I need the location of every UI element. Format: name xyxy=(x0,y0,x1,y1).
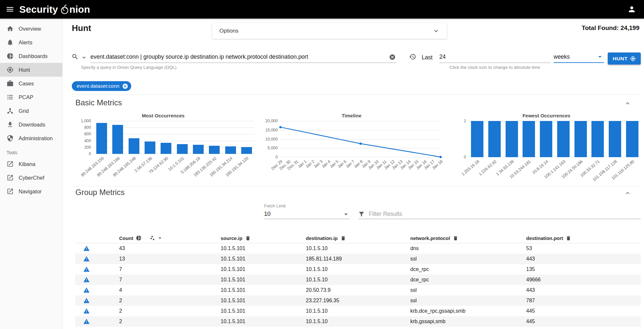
sidebar-item-administration[interactable]: Administration xyxy=(0,131,62,145)
sidebar-item-dashboards[interactable]: Dashboards xyxy=(0,49,62,63)
cell-destination-port: 445 xyxy=(526,308,641,314)
x-tick-label: Jan 6 xyxy=(337,159,347,169)
cell-network-protocol: dns xyxy=(410,246,526,251)
warning-icon[interactable] xyxy=(83,297,90,304)
sidebar-item-label: Hunt xyxy=(19,67,30,73)
table-row[interactable]: 410.1.5.10120.50.73.9ssl443 xyxy=(75,285,641,295)
chart-most-occurrences: Most Occurrences 1,0008006004002000 89.2… xyxy=(72,112,255,187)
table-row[interactable]: 4310.1.5.10110.1.5.10dns53 xyxy=(75,243,641,254)
hunt-button[interactable]: HUNT xyxy=(608,52,641,65)
row-warning-cell xyxy=(75,297,119,304)
cell-destination-port: 787 xyxy=(526,298,641,304)
sidebar-item-grid[interactable]: Grid xyxy=(0,104,62,118)
table-row[interactable]: 710.1.5.10110.1.5.10dce_rpc135 xyxy=(75,264,641,275)
warning-icon[interactable] xyxy=(83,277,90,283)
warning-icon[interactable] xyxy=(83,318,90,325)
sidebar-item-pcap[interactable]: PCAP xyxy=(0,90,62,104)
warning-icon[interactable] xyxy=(83,287,90,293)
sidebar-item-cyberchef[interactable]: CyberChef xyxy=(0,171,62,185)
row-warning-cell xyxy=(75,277,119,283)
list-icon xyxy=(7,94,14,101)
sidebar-item-label: Kibana xyxy=(19,161,35,167)
header-source-ip-label: source.ip xyxy=(221,235,243,241)
download-icon xyxy=(7,121,14,128)
sidebar-item-kibana[interactable]: Kibana xyxy=(0,157,62,171)
header-destination-ip: destination.ip xyxy=(306,235,410,241)
menu-icon[interactable] xyxy=(6,5,14,14)
y-tick-label: 5,000 xyxy=(268,146,278,150)
warning-icon[interactable] xyxy=(83,245,90,252)
duration-input[interactable] xyxy=(439,53,550,60)
sidebar-item-alerts[interactable]: Alerts xyxy=(0,36,62,49)
row-warning-cell xyxy=(75,266,119,273)
search-options-caret-icon[interactable] xyxy=(81,54,87,61)
trash-icon[interactable] xyxy=(453,235,458,241)
dropdown-caret-icon[interactable] xyxy=(157,235,163,241)
group-metrics-title: Group Metrics xyxy=(75,188,125,197)
header-network-protocol: network.protocol xyxy=(410,235,526,241)
table-row[interactable]: 1310.1.5.101185.81.114.189ssl443 xyxy=(75,254,641,264)
dropdown-caret-icon xyxy=(596,53,604,61)
cell-source-ip: 10.1.5.101 xyxy=(221,308,306,314)
pie-chart-icon[interactable] xyxy=(136,235,142,241)
sidebar-item-label: Alerts xyxy=(19,39,32,46)
relative-time-icon[interactable] xyxy=(409,53,416,60)
bar xyxy=(193,145,204,154)
page-title: Hunt xyxy=(72,23,91,33)
x-tick-label: Jan 7 xyxy=(345,159,355,169)
hunt-crosshair-icon xyxy=(630,56,636,62)
collapse-group-metrics-icon[interactable] xyxy=(624,189,631,197)
cell-source-ip: 10.1.5.101 xyxy=(221,319,306,324)
filter-icon[interactable] xyxy=(358,211,365,217)
fetch-limit-select[interactable]: 10 xyxy=(264,209,350,219)
remove-filter-icon[interactable] xyxy=(122,83,128,89)
y-tick-label: 15,000 xyxy=(265,128,278,132)
warning-icon[interactable] xyxy=(83,266,90,273)
sidebar-item-downloads[interactable]: Downloads xyxy=(0,118,62,131)
search-icon[interactable] xyxy=(71,53,79,60)
warning-icon[interactable] xyxy=(83,256,90,262)
warning-icon[interactable] xyxy=(83,308,90,314)
cell-source-ip: 10.1.5.101 xyxy=(221,246,306,251)
y-tick-label: 10,000 xyxy=(265,137,278,142)
sidebar-item-overview[interactable]: Overview xyxy=(0,22,62,36)
bell-icon xyxy=(7,39,14,46)
table-row[interactable]: 710.1.5.10110.1.5.10dce_rpc49666 xyxy=(75,275,641,285)
query-hint: Specify a query in Onion Query Language … xyxy=(81,65,177,70)
bar xyxy=(112,125,123,154)
bar xyxy=(129,138,139,154)
cell-network-protocol: krb,gssapi,smb xyxy=(410,319,526,324)
clear-query-icon[interactable] xyxy=(389,54,396,60)
query-field xyxy=(90,51,396,63)
query-input[interactable] xyxy=(90,53,388,60)
table-row[interactable]: 210.1.5.10110.1.5.10krb,dce_rpc,gssapi,s… xyxy=(75,306,641,316)
x-tick-label: Jan 8 xyxy=(353,159,363,169)
collapse-basic-metrics-icon[interactable] xyxy=(624,100,631,107)
cell-destination-ip: 20.50.73.9 xyxy=(306,287,410,293)
user-icon[interactable] xyxy=(627,5,636,14)
filter-results-input[interactable] xyxy=(369,211,641,217)
groupby-options-icon[interactable] xyxy=(149,235,155,241)
cell-network-protocol: dce_rpc xyxy=(410,266,526,272)
sidebar-item-hunt[interactable]: Hunt xyxy=(0,63,62,77)
cell-source-ip: 10.1.5.101 xyxy=(221,298,306,304)
trash-icon[interactable] xyxy=(245,235,251,241)
bar xyxy=(209,146,220,154)
chart-fewest-occurrences: Fewest Occurrences 10 1.203.16.181.226.6… xyxy=(452,112,641,190)
shield-icon xyxy=(7,135,14,142)
header-destination-ip-label: destination.ip xyxy=(306,235,338,241)
x-axis: Dec 29Dec 30Dec 31Jan 1Jan 2Jan 3Jan 4Ja… xyxy=(280,158,441,189)
sidebar-item-navigator[interactable]: Navigator xyxy=(0,185,62,198)
duration-unit-select[interactable]: weeks xyxy=(554,51,604,63)
table-row[interactable]: 210.1.5.10123.227.196.35ssl787 xyxy=(75,295,641,306)
cell-destination-ip: 10.1.5.10 xyxy=(306,266,410,272)
filter-chip[interactable]: event.dataset:conn xyxy=(72,81,131,91)
y-tick-label: 800 xyxy=(84,125,91,130)
trash-icon[interactable] xyxy=(566,235,571,241)
table-row[interactable]: 210.1.5.10110.1.5.10krb,gssapi,smb445 xyxy=(75,316,641,327)
trash-icon[interactable] xyxy=(340,235,346,241)
options-panel[interactable]: Options xyxy=(212,23,447,39)
external-link-icon xyxy=(7,174,14,181)
cell-count: 2 xyxy=(119,298,221,304)
sidebar-item-cases[interactable]: Cases xyxy=(0,77,62,90)
